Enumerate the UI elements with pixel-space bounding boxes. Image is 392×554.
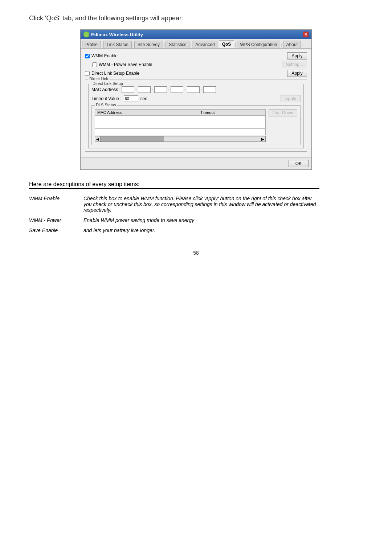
tab-statistics[interactable]: Statistics: [166, 41, 189, 48]
mac-address-label: MAC Address :: [91, 87, 121, 92]
desc-term-2: Save Enable: [29, 225, 83, 235]
setting-button[interactable]: Setting...: [282, 61, 307, 68]
dls-table-container: MAC Address Timeout: [95, 109, 266, 142]
window-icon: ○: [83, 32, 89, 37]
desc-row-1: WMM - Power Enable WMM power saving mode…: [29, 215, 319, 225]
desc-row-0: WMM Enable Check this box to enable WMM …: [29, 193, 319, 215]
direct-link-setup-groupbox: Direct Link Setup MAC Address : - - - - …: [88, 84, 304, 148]
page-number: 58: [29, 250, 363, 256]
desc-row-2: Save Enable and lets your battery live l…: [29, 225, 319, 235]
dls-status-title: DLS Status: [95, 103, 117, 107]
dls-row-1: [95, 116, 266, 122]
wmm-apply-button[interactable]: Apply: [287, 52, 307, 59]
direct-link-label: Direct Link Setup Enable: [91, 71, 139, 76]
close-button[interactable]: ✕: [303, 32, 309, 37]
tab-wps[interactable]: WPS Configuration: [237, 41, 280, 48]
ok-button[interactable]: OK: [289, 160, 309, 167]
desc-def-2: and lets your battery live longer.: [83, 225, 319, 235]
dls-row-2: [95, 122, 266, 129]
descriptions-section: Here are descriptions of every setup ite…: [29, 181, 319, 235]
timeout-label: Timeout Value :: [91, 96, 122, 101]
desc-heading: Here are descriptions of every setup ite…: [29, 181, 319, 189]
tab-bar: Profile | Link Status | Site Survey | St…: [81, 39, 311, 49]
tab-link-status[interactable]: Link Status: [103, 41, 131, 48]
timeout-row: Timeout Value : sec Apply: [91, 95, 301, 102]
mac-address-row: MAC Address : - - - - -: [91, 86, 301, 93]
dls-status-groupbox: DLS Status MAC Address Timeout: [91, 105, 301, 145]
dls-row-3: [95, 129, 266, 135]
window-content: WMM Enable Apply WMM - Power Save Enable…: [81, 49, 311, 157]
wmm-power-row: WMM - Power Save Enable Setting...: [85, 61, 307, 68]
titlebar: ○ Edimax Wireless Utility ✕: [81, 30, 311, 39]
wmm-enable-checkbox[interactable]: [85, 54, 90, 58]
direct-link-group-title: Direct Link: [88, 77, 109, 81]
tab-about[interactable]: About: [283, 41, 301, 48]
wmm-power-checkbox[interactable]: [92, 62, 97, 67]
timeout-input[interactable]: [124, 95, 138, 102]
dls-scrollbar[interactable]: ◀ ▶: [95, 136, 266, 142]
desc-term-1: WMM - Power: [29, 215, 83, 225]
tab-advanced[interactable]: Advanced: [192, 41, 218, 48]
mac-field-6[interactable]: [203, 86, 216, 93]
desc-table: WMM Enable Check this box to enable WMM …: [29, 193, 319, 235]
tab-site-survey[interactable]: Site Survey: [134, 41, 163, 48]
utility-window: ○ Edimax Wireless Utility ✕ Profile | Li…: [80, 29, 312, 170]
direct-link-checkbox[interactable]: [85, 71, 90, 76]
direct-link-row: Direct Link Setup Enable Apply: [85, 70, 307, 77]
dls-table: MAC Address Timeout: [95, 109, 266, 135]
window-bottom: OK: [81, 157, 311, 169]
scroll-right-btn[interactable]: ▶: [260, 136, 266, 142]
dls-col-timeout: Timeout: [198, 110, 265, 116]
mac-field-1[interactable]: [122, 86, 134, 93]
wmm-power-label: WMM - Power Save Enable: [99, 62, 152, 67]
mac-field-2[interactable]: [138, 86, 151, 93]
mac-field-5[interactable]: [187, 86, 200, 93]
desc-def-1: Enable WMM power saving mode to save ene…: [83, 215, 319, 225]
scroll-thumb: [101, 136, 164, 141]
direct-link-setup-title: Direct Link Setup: [91, 81, 124, 86]
direct-link-apply-button[interactable]: Apply: [287, 70, 307, 77]
desc-def-0: Check this box to enable WMM function. P…: [83, 193, 319, 215]
mac-field-3[interactable]: [154, 86, 167, 93]
wmm-enable-label: WMM Enable: [91, 53, 118, 58]
scroll-left-btn[interactable]: ◀: [95, 136, 101, 142]
tab-profile[interactable]: Profile: [82, 41, 101, 48]
mac-field-4[interactable]: [171, 86, 183, 93]
dls-content-area: MAC Address Timeout: [95, 109, 297, 142]
timeout-unit: sec: [140, 96, 147, 101]
teardown-btn-area: Tear Down: [269, 109, 297, 117]
page-heading: Click 'QoS' tab, and the following setti…: [29, 15, 363, 22]
teardown-button[interactable]: Tear Down: [269, 109, 297, 116]
scroll-track: [101, 136, 260, 142]
tab-qos[interactable]: QoS: [219, 40, 234, 48]
wmm-enable-row: WMM Enable Apply: [85, 52, 307, 59]
window-title: Edimax Wireless Utility: [91, 32, 143, 37]
dls-col-mac: MAC Address: [95, 110, 198, 116]
desc-term-0: WMM Enable: [29, 193, 83, 215]
direct-link-groupbox: Direct Link Direct Link Setup MAC Addres…: [85, 79, 307, 152]
timeout-apply-button[interactable]: Apply: [281, 95, 301, 102]
